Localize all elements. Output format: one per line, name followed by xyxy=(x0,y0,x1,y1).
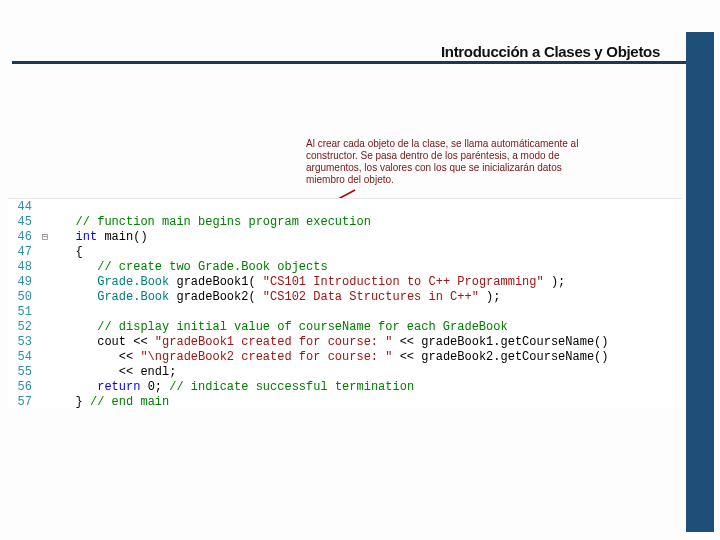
code-line: 55 << endl; xyxy=(8,364,682,379)
line-number: 56 xyxy=(8,380,36,394)
constructor-annotation: Al crear cada objeto de la clase, se lla… xyxy=(306,138,596,186)
side-accent-block xyxy=(686,32,714,532)
line-number: 57 xyxy=(8,395,36,409)
code-content: cout << "gradeBook1 created for course: … xyxy=(54,335,682,349)
code-line: 49 Grade.Book gradeBook1( "CS101 Introdu… xyxy=(8,274,682,289)
code-content: << "\ngradeBook2 created for course: " <… xyxy=(54,350,682,364)
code-content: // display initial value of courseName f… xyxy=(54,320,682,334)
code-content: // function main begins program executio… xyxy=(54,215,682,229)
code-content: } // end main xyxy=(54,395,682,409)
fold-gutter[interactable]: ⊟ xyxy=(36,230,54,243)
code-line: 47 { xyxy=(8,244,682,259)
line-number: 51 xyxy=(8,305,36,319)
line-number: 49 xyxy=(8,275,36,289)
code-content: { xyxy=(54,245,682,259)
line-number: 44 xyxy=(8,200,36,214)
header-bar: Introducción a Clases y Objetos xyxy=(0,28,720,66)
line-number: 47 xyxy=(8,245,36,259)
code-line: 54 << "\ngradeBook2 created for course: … xyxy=(8,349,682,364)
code-line: 53 cout << "gradeBook1 created for cours… xyxy=(8,334,682,349)
line-number: 48 xyxy=(8,260,36,274)
code-line: 44 xyxy=(8,199,682,214)
code-line: 45 // function main begins program execu… xyxy=(8,214,682,229)
line-number: 46 xyxy=(8,230,36,244)
code-line: 57 } // end main xyxy=(8,394,682,409)
code-content: Grade.Book gradeBook1( "CS101 Introducti… xyxy=(54,275,682,289)
line-number: 45 xyxy=(8,215,36,229)
code-line: 56 return 0; // indicate successful term… xyxy=(8,379,682,394)
page-title: Introducción a Clases y Objetos xyxy=(441,43,660,60)
line-number: 55 xyxy=(8,365,36,379)
line-number: 53 xyxy=(8,335,36,349)
code-content: return 0; // indicate successful termina… xyxy=(54,380,682,394)
code-line: 48 // create two Grade.Book objects xyxy=(8,259,682,274)
line-number: 54 xyxy=(8,350,36,364)
code-editor: 44 45 // function main begins program ex… xyxy=(8,198,682,409)
header-underline xyxy=(12,61,688,64)
code-line: 52 // display initial value of courseNam… xyxy=(8,319,682,334)
code-content: // create two Grade.Book objects xyxy=(54,260,682,274)
code-line: 50 Grade.Book gradeBook2( "CS102 Data St… xyxy=(8,289,682,304)
code-line: 51 xyxy=(8,304,682,319)
code-content: << endl; xyxy=(54,365,682,379)
code-content: int main() xyxy=(54,230,682,244)
code-line: 46⊟ int main() xyxy=(8,229,682,244)
code-content: Grade.Book gradeBook2( "CS102 Data Struc… xyxy=(54,290,682,304)
code-content xyxy=(54,305,682,319)
line-number: 52 xyxy=(8,320,36,334)
code-content xyxy=(54,200,682,214)
line-number: 50 xyxy=(8,290,36,304)
